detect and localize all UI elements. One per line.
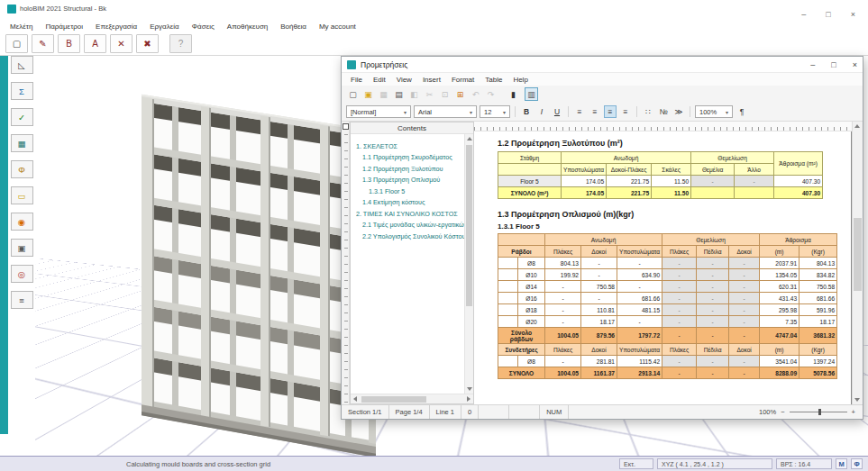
windows-button[interactable]: ▣ [11, 239, 33, 257]
contents-item-skyrodema[interactable]: 1.1 Προμέτρηση Σκυροδέματος [356, 153, 462, 161]
style-select[interactable]: [Normal]▾ [346, 105, 411, 118]
align-left-button[interactable]: ≡ [573, 105, 586, 118]
new-study-button[interactable]: ▢ [5, 34, 28, 53]
italic-button[interactable]: I [535, 105, 548, 118]
zoom-slider[interactable] [790, 412, 847, 412]
edit-study-button[interactable]: ✎ [32, 34, 54, 53]
underline-button[interactable]: U [551, 105, 563, 118]
settings-button[interactable]: Φ [11, 160, 33, 178]
indent-button[interactable]: ≫ [672, 105, 685, 118]
doc-close-icon[interactable]: × [853, 60, 857, 69]
web-button[interactable]: ◎ [11, 265, 33, 283]
menu-faseis[interactable]: Φάσεις [186, 23, 221, 31]
contents-item-oplismos[interactable]: 1.3 Προμέτρηση Οπλισμού [356, 176, 462, 184]
scroll-down-icon[interactable] [467, 387, 472, 391]
lock-button[interactable]: ▮ [507, 87, 520, 101]
checks-button[interactable]: ✓ [11, 108, 33, 126]
bold-button[interactable]: B [520, 105, 533, 118]
paste-button[interactable]: ⊞ [453, 87, 467, 101]
new-doc-button[interactable]: ▢ [346, 87, 360, 101]
delete-study-button[interactable]: ✕ [110, 34, 132, 53]
help-button[interactable]: ? [169, 34, 192, 53]
zoom-out-icon[interactable]: − [781, 408, 784, 416]
doc-minimize-icon[interactable]: – [810, 60, 815, 69]
reports-button[interactable]: ≡ [11, 291, 33, 309]
vscroll-thumb[interactable] [466, 145, 472, 306]
align-justify-button[interactable]: ≡ [619, 105, 632, 118]
numbered-list-button[interactable]: № [657, 105, 670, 118]
left-accent-strip [0, 56, 8, 434]
bullet-list-button[interactable]: ∷ [642, 105, 654, 118]
doc-menu-edit[interactable]: Edit [368, 76, 391, 84]
status-f-button[interactable]: Φ [851, 458, 863, 469]
copy-button[interactable]: ⊡ [438, 87, 452, 101]
pilcrow-button[interactable]: ¶ [736, 105, 748, 118]
sections-button[interactable]: ◉ [11, 213, 33, 231]
cut-button[interactable]: ✂ [423, 87, 436, 101]
scroll-up-icon[interactable] [854, 124, 860, 128]
table-cell: - [697, 293, 729, 304]
doc-menu-table[interactable]: Table [480, 76, 507, 84]
save-button[interactable]: ▦ [377, 87, 390, 101]
table-cell: 11.50 [652, 176, 691, 187]
menu-ergaleia[interactable]: Εργαλεία [143, 23, 185, 31]
contents-item-skeletos[interactable]: 1. ΣΚΕΛΕΤΟΣ [356, 142, 462, 150]
maximize-icon[interactable]: □ [826, 10, 830, 19]
menu-voitheia[interactable]: Βοήθεια [274, 23, 313, 31]
font-select[interactable]: Arial▾ [414, 105, 477, 118]
tab-stop-box[interactable] [343, 123, 349, 130]
align-right-button[interactable]: ≡ [604, 105, 617, 118]
menu-parametroi[interactable]: Παράμετροι [39, 23, 89, 31]
doc-menu-view[interactable]: View [391, 76, 417, 84]
contents-item-synoliko-kostos[interactable]: 2.2 Υπολογισμός Συνολικού Κόστους [356, 232, 462, 240]
calculations-button[interactable]: Σ [11, 82, 33, 100]
editor-vscroll-thumb[interactable] [854, 218, 862, 292]
contents-item-times[interactable]: 2. ΤΙΜΕΣ ΚΑΙ ΣΥΝΟΛΙΚΟ ΚΟΣΤΟΣ [356, 210, 462, 218]
contents-vscrollbar[interactable] [464, 134, 473, 394]
contents-item-times-monadas[interactable]: 2.1 Τιμές μονάδας υλικών-εργατικών [356, 221, 462, 229]
scroll-left-icon[interactable] [353, 396, 357, 402]
close-study-button[interactable]: ✖ [136, 34, 159, 53]
status-m-button[interactable]: M [836, 458, 847, 469]
minimize-icon[interactable]: – [801, 10, 806, 19]
editor-vscrollbar[interactable] [852, 122, 863, 404]
menu-epexergasia[interactable]: Επεξεργασία [89, 23, 143, 31]
menu-apothikefsi[interactable]: Αποθήκευση [221, 23, 274, 31]
pointer-tool-button[interactable]: ◺ [11, 56, 33, 74]
beams-button[interactable]: ▭ [11, 186, 33, 204]
contents-item-kostos[interactable]: 1.4 Εκτίμηση κόστους [356, 198, 462, 206]
scroll-right-icon[interactable] [467, 396, 471, 402]
doc-menu-format[interactable]: Format [446, 76, 480, 84]
doc-menu-help[interactable]: Help [507, 76, 533, 84]
undo-button[interactable]: ↶ [469, 87, 482, 101]
scroll-down-icon[interactable] [854, 398, 860, 402]
menu-my-account[interactable]: My account [313, 23, 362, 31]
zoom-select[interactable]: 100%▾ [695, 105, 733, 118]
table-cell: - [697, 281, 729, 293]
redo-button[interactable]: ↷ [484, 87, 498, 101]
print-preview-button[interactable]: ◧ [407, 87, 421, 101]
contents-item-floor5[interactable]: 1.3.1 Floor 5 [356, 187, 462, 195]
print-button[interactable]: ▤ [392, 87, 406, 101]
doc-menu-insert[interactable]: Insert [417, 76, 446, 84]
zoom-in-icon[interactable]: + [852, 408, 855, 416]
page-view-button[interactable]: ▥ [525, 87, 538, 101]
table-cell: Δοκοί [581, 344, 617, 356]
contents-hscrollbar[interactable] [351, 394, 473, 403]
zoom-slider-thumb[interactable] [818, 409, 821, 415]
doc-maximize-icon[interactable]: □ [831, 60, 836, 69]
hscroll-thumb[interactable] [361, 396, 426, 403]
close-icon[interactable]: × [851, 10, 855, 19]
tables-button[interactable]: ▦ [11, 134, 33, 152]
scroll-up-icon[interactable] [467, 137, 472, 140]
align-center-button[interactable]: ≡ [589, 105, 601, 118]
menu-meleti[interactable]: Μελέτη [4, 23, 39, 31]
copy-b-button[interactable]: B [58, 34, 80, 53]
contents-item-xylotypos[interactable]: 1.2 Προμέτρηση Ξυλοτύπου [356, 165, 462, 173]
document-page[interactable]: 1.2 Προμέτρηση Ξυλοτύπου (m²) ΣτάθμηΑνωδ… [474, 131, 852, 404]
copy-a-button[interactable]: A [84, 34, 106, 53]
doc-menu-file[interactable]: File [345, 76, 368, 84]
open-button[interactable]: ▣ [361, 87, 375, 101]
font-size-select[interactable]: 12▾ [480, 105, 510, 118]
table-cell: 1354.05 [760, 269, 799, 281]
